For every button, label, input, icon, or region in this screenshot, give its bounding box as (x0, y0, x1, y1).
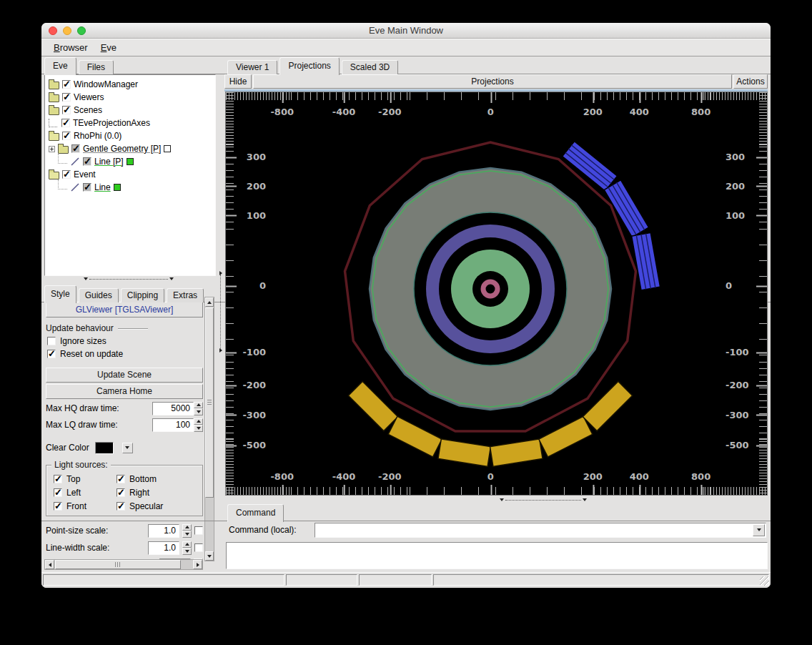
scroll-left-button[interactable] (45, 560, 54, 569)
light-front-row: Front (54, 501, 117, 511)
actions-button[interactable]: Actions (733, 74, 768, 89)
tab-style[interactable]: Style (44, 285, 76, 303)
y-axis-label: 0 (242, 280, 266, 291)
canvas-bottom-splitter[interactable] (505, 500, 581, 501)
clear-color-dropdown-button[interactable] (122, 443, 133, 453)
tree-item-rhophi[interactable]: RhoPhi (0.0) (46, 129, 214, 142)
tree-item-gentle-geometry[interactable]: Gentle Geometry [P] (46, 142, 214, 155)
light-front-checkbox[interactable] (54, 502, 62, 511)
tree-checkbox[interactable] (62, 93, 71, 102)
point-size-spinner[interactable] (182, 524, 192, 538)
spin-down-icon (185, 550, 189, 553)
max-lq-spinner[interactable] (194, 418, 203, 432)
reset-on-update-checkbox[interactable] (47, 350, 56, 358)
glviewer-button[interactable]: GLViewer [TGLSAViewer] (46, 302, 203, 317)
tree-item-event[interactable]: Event (46, 168, 214, 181)
line-width-field[interactable]: 1.0 (148, 541, 179, 555)
max-hq-spinner[interactable] (194, 402, 203, 415)
command-combobox[interactable] (315, 523, 766, 538)
max-hq-field[interactable]: 5000 (152, 402, 194, 415)
light-bottom-checkbox[interactable] (117, 475, 125, 483)
x-axis-label: 200 (583, 471, 603, 482)
light-top-checkbox[interactable] (54, 475, 62, 483)
point-size-checkbox[interactable] (194, 526, 203, 535)
arrow-left-icon (49, 563, 51, 567)
tree-checkbox[interactable] (83, 183, 91, 192)
style-tab-bar: Style Guides Clipping Extras (44, 285, 206, 302)
tree-item-windowmanager[interactable]: WindowManager (46, 78, 214, 91)
gl-viewport[interactable]: -800 -400 -200 0 200 400 800 -800 -400 -… (225, 92, 768, 496)
max-hq-label: Max HQ draw time: (46, 403, 152, 413)
tab-files[interactable]: Files (79, 60, 114, 74)
tab-extras[interactable]: Extras (167, 288, 204, 302)
scroll-right-button[interactable] (193, 560, 202, 569)
scrollbar-thumb[interactable] (55, 560, 181, 569)
tree-item-scenes[interactable]: Scenes (46, 104, 214, 117)
tree-checkbox[interactable] (83, 157, 91, 166)
arrow-right-icon (197, 563, 199, 567)
left-horizontal-splitter[interactable] (89, 279, 168, 280)
tab-guides[interactable]: Guides (79, 288, 119, 302)
command-output-area[interactable] (226, 542, 768, 569)
tree-checkbox[interactable] (62, 170, 71, 179)
y-axis-label: -300 (242, 409, 266, 420)
y-axis-label: 300 (242, 152, 266, 162)
menu-browser[interactable]: Browser (47, 41, 94, 54)
ignore-sizes-checkbox[interactable] (47, 337, 56, 345)
splitter-arrow-icon (500, 498, 504, 501)
tab-viewer-1[interactable]: Viewer 1 (227, 60, 277, 74)
scroll-down-button[interactable] (205, 551, 214, 561)
tree-item-line[interactable]: Line (46, 181, 214, 194)
light-specular-checkbox[interactable] (117, 502, 125, 511)
close-window-button[interactable] (49, 26, 57, 35)
minimize-window-button[interactable] (63, 26, 71, 35)
style-vertical-scrollbar[interactable] (204, 297, 214, 561)
color-swatch[interactable] (114, 184, 121, 191)
tab-scaled-3d[interactable]: Scaled 3D (342, 60, 398, 74)
tree-checkbox[interactable] (62, 132, 71, 140)
menu-eve[interactable]: Eve (94, 41, 123, 54)
command-row: Command (local): (229, 522, 766, 538)
tree-checkbox[interactable] (62, 106, 71, 114)
tree-item-projectionaxes[interactable]: TEveProjectionAxes (46, 117, 214, 129)
panel-vertical-splitter[interactable] (220, 275, 221, 349)
hide-button[interactable]: Hide (224, 74, 252, 89)
tree-checkbox[interactable] (62, 80, 71, 89)
folder-open-icon (49, 172, 59, 179)
camera-home-button[interactable]: Camera Home (46, 384, 203, 399)
zoom-window-button[interactable] (77, 26, 86, 35)
max-lq-field[interactable]: 100 (152, 418, 194, 432)
tree-checkbox[interactable] (71, 144, 80, 153)
clear-color-row: Clear Color (46, 440, 203, 455)
tab-clipping[interactable]: Clipping (121, 288, 164, 302)
tab-eve[interactable]: Eve (44, 57, 76, 75)
color-swatch[interactable] (127, 158, 134, 165)
point-size-field[interactable]: 1.0 (148, 524, 179, 538)
right-panel: Viewer 1 Projections Scaled 3D Hide Proj… (223, 56, 769, 572)
tree-checkbox[interactable] (61, 119, 70, 127)
tab-command[interactable]: Command (227, 504, 284, 522)
command-value[interactable] (317, 525, 751, 536)
combobox-dropdown-button[interactable] (753, 524, 765, 536)
clear-color-swatch[interactable] (95, 442, 114, 454)
style-horizontal-scrollbar[interactable] (44, 559, 203, 570)
scrollbar-thumb[interactable] (205, 307, 214, 498)
chevron-down-icon (125, 446, 129, 449)
expand-icon[interactable] (49, 146, 55, 152)
color-swatch[interactable] (164, 145, 171, 152)
light-left-checkbox[interactable] (54, 488, 62, 497)
tab-projections[interactable]: Projections (279, 57, 339, 75)
line-width-spinner[interactable] (182, 541, 192, 555)
light-right-checkbox[interactable] (117, 488, 125, 497)
tree-item-viewers[interactable]: Viewers (46, 91, 214, 104)
resize-grip-icon[interactable] (760, 576, 769, 586)
update-scene-button[interactable]: Update Scene (46, 368, 203, 383)
line-width-checkbox[interactable] (194, 543, 203, 552)
light-right-row: Right (117, 488, 195, 498)
spin-up-icon (197, 420, 201, 423)
tree-item-line-p[interactable]: Line [P] (46, 155, 214, 168)
splitter-arrow-icon (219, 271, 222, 275)
screen: { "window": { "title": "Eve Main Window"… (0, 0, 812, 645)
scroll-up-button[interactable] (205, 297, 214, 307)
spin-up-icon (185, 543, 189, 546)
